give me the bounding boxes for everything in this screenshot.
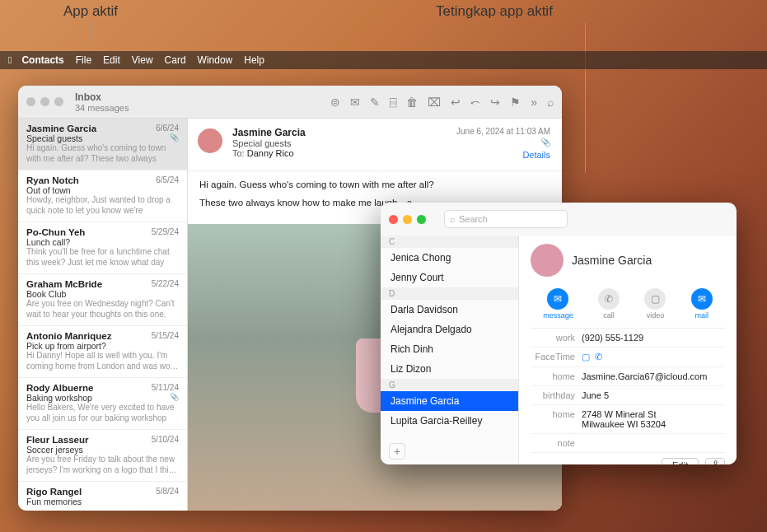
menu-file[interactable]: File: [76, 54, 91, 66]
inbox-label: Inbox: [75, 91, 129, 103]
attachment-icon: 📎: [456, 138, 550, 147]
contacts-window: ⌕ Search CJenica ChongJenny CourtDDarla …: [381, 203, 737, 464]
mail-inbox-title: Inbox 34 messages: [75, 91, 129, 113]
mail-button[interactable]: ✉mail: [691, 288, 713, 320]
minimize-icon[interactable]: [40, 97, 49, 106]
callout-app-active: App aktif: [41, 3, 140, 43]
contact-footer: Edit ⇪: [531, 453, 725, 464]
video-button[interactable]: ▢video: [644, 288, 666, 320]
add-contact-button[interactable]: +: [389, 443, 405, 460]
callout-label: App aktif: [63, 3, 118, 19]
facetime-audio-icon: ✆: [595, 352, 602, 362]
list-separator: G: [381, 379, 518, 391]
contact-field-row: FaceTime▢✆: [531, 348, 725, 367]
envelope-icon[interactable]: ✉: [350, 96, 360, 109]
flag-icon[interactable]: ⚑: [510, 96, 521, 109]
contact-field-row: birthdayJune 5: [531, 386, 725, 405]
contact-list-item[interactable]: Rich Dinh: [381, 339, 518, 359]
apple-menu-icon[interactable]: : [8, 54, 12, 66]
reply-icon[interactable]: ↩: [451, 96, 461, 109]
maximize-icon[interactable]: [417, 215, 426, 224]
mail-list-item[interactable]: Antonio Manriquez5/15/24 Pick up from ai…: [18, 326, 187, 378]
phone-icon: ✆: [598, 288, 620, 310]
contact-list-item[interactable]: Lupita Garcia-Reilley: [381, 411, 518, 431]
share-button[interactable]: ⇪: [705, 458, 725, 464]
mail-list-item[interactable]: Ryan Notch6/5/24 Out of town Howdy, neig…: [18, 170, 187, 222]
contact-list-item[interactable]: Jenica Chong: [381, 248, 518, 268]
contact-field-row: note: [531, 434, 725, 453]
mail-titlebar: Inbox 34 messages ⊜ ✉ ✎ ⌸ 🗑 ⌧ ↩ ⤺ ↪ ⚑ » …: [18, 86, 562, 119]
contact-fields: work(920) 555-1129FaceTime▢✆homeJasmine.…: [531, 328, 725, 453]
details-link[interactable]: Details: [456, 150, 550, 160]
menu-edit[interactable]: Edit: [103, 54, 120, 66]
list-separator: D: [381, 287, 518, 300]
archive-icon[interactable]: ⌸: [390, 96, 396, 109]
menu-card[interactable]: Card: [165, 54, 186, 66]
mail-list-item[interactable]: Fleur Lasseur5/10/24 Soccer jerseys Are …: [18, 430, 187, 482]
contact-field-row: work(920) 555-1129: [531, 329, 725, 348]
menubar:  Contacts File Edit View Card Window He…: [0, 51, 767, 69]
callout-line: [585, 23, 586, 173]
more-icon[interactable]: »: [531, 96, 537, 109]
contact-name: Jasmine Garcia: [572, 254, 652, 267]
mail-traffic-lights: [26, 97, 63, 106]
contact-avatar: [531, 244, 564, 277]
contact-actions: ✉message ✆call ▢video ✉mail: [531, 288, 725, 320]
message-icon: ✉: [547, 288, 568, 310]
contacts-body: CJenica ChongJenny CourtDDarla DavidsonA…: [381, 236, 737, 464]
mail-list-item[interactable]: Rody Albuerne5/11/24 Baking workshop📎 He…: [18, 378, 187, 430]
contact-list-item[interactable]: Liz Dizon: [381, 359, 518, 379]
contact-list-item[interactable]: Alejandra Delgado: [381, 320, 518, 339]
close-icon[interactable]: [26, 97, 35, 106]
mail-list-item[interactable]: Po-Chun Yeh5/29/24 Lunch call? Think you…: [18, 222, 187, 274]
mail-list-item[interactable]: Jasmine Garcia6/6/24 Special guests📎 Hi …: [18, 119, 187, 170]
mail-message-header: Jasmine Garcia Special guests To: Danny …: [188, 119, 562, 171]
trash-icon[interactable]: 🗑: [406, 96, 418, 109]
contact-list-item[interactable]: Jasmine Garcia: [381, 391, 518, 411]
video-icon: ▢: [644, 288, 666, 310]
recipient-name: Danny Rico: [247, 148, 294, 158]
maximize-icon[interactable]: [54, 97, 63, 106]
junk-icon[interactable]: ⌧: [428, 96, 441, 109]
contact-list-item[interactable]: Jenny Court: [381, 268, 518, 287]
inbox-count: 34 messages: [75, 103, 129, 113]
search-placeholder: Search: [459, 214, 488, 224]
list-separator: C: [381, 236, 518, 248]
message-line: Hi again. Guess who's coming to town wit…: [199, 180, 550, 189]
menu-help[interactable]: Help: [244, 54, 264, 66]
contacts-list[interactable]: CJenica ChongJenny CourtDDarla DavidsonA…: [381, 236, 519, 464]
mail-list-item[interactable]: Rigo Rangel5/8/24 Fun memories: [18, 482, 187, 511]
minimize-icon[interactable]: [403, 215, 412, 224]
contact-field-row: home2748 W Mineral StMilwaukee WI 53204: [531, 405, 725, 434]
search-input[interactable]: ⌕ Search: [444, 210, 568, 228]
contact-field-row: homeJasmine.Garcia67@icloud.com: [531, 367, 725, 386]
menu-window[interactable]: Window: [198, 54, 233, 66]
mail-icon: ✉: [691, 288, 713, 310]
search-icon: ⌕: [450, 214, 456, 224]
compose-icon[interactable]: ✎: [370, 96, 380, 109]
mail-message-list[interactable]: Jasmine Garcia6/6/24 Special guests📎 Hi …: [18, 119, 188, 511]
menu-view[interactable]: View: [132, 54, 153, 66]
sender-avatar: [198, 128, 222, 153]
message-date: June 6, 2024 at 11:03 AM: [456, 127, 550, 136]
mail-list-item[interactable]: Graham McBride5/22/24 Book Club Are you …: [18, 274, 187, 326]
close-icon[interactable]: [389, 215, 398, 224]
callout-label: Tetingkap app aktif: [436, 3, 553, 19]
search-icon[interactable]: ⌕: [547, 96, 554, 109]
filter-icon[interactable]: ⊜: [330, 96, 340, 109]
mail-toolbar: ⊜ ✉ ✎ ⌸ 🗑 ⌧ ↩ ⤺ ↪ ⚑ » ⌕: [330, 96, 554, 109]
contacts-traffic-lights: [389, 215, 426, 224]
callout-line: [91, 23, 91, 43]
contacts-titlebar: ⌕ Search: [381, 203, 737, 236]
contact-list-item[interactable]: Darla Davidson: [381, 300, 518, 320]
reply-all-icon[interactable]: ⤺: [470, 96, 480, 109]
edit-button[interactable]: Edit: [662, 458, 699, 464]
message-button[interactable]: ✉message: [543, 288, 573, 320]
forward-icon[interactable]: ↪: [490, 96, 500, 109]
menu-app[interactable]: Contacts: [21, 54, 63, 66]
to-label: To:: [232, 148, 245, 158]
facetime-video-icon: ▢: [582, 352, 590, 362]
contact-card: Jasmine Garcia ✉message ✆call ▢video ✉ma…: [519, 236, 737, 464]
call-button[interactable]: ✆call: [598, 288, 620, 320]
